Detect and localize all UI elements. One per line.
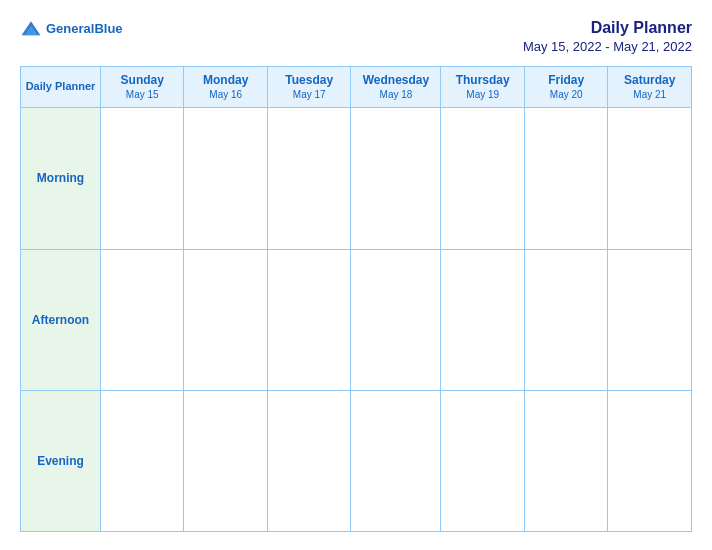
day-name-sunday: Sunday — [105, 73, 179, 89]
planner-date-range: May 15, 2022 - May 21, 2022 — [523, 39, 692, 54]
cell-morning-friday[interactable] — [524, 108, 607, 249]
day-date-saturday: May 21 — [612, 88, 687, 101]
cell-morning-monday[interactable] — [184, 108, 267, 249]
cell-afternoon-tuesday[interactable] — [267, 249, 350, 390]
logo-blue: Blue — [94, 21, 122, 36]
day-name-monday: Monday — [188, 73, 262, 89]
day-name-saturday: Saturday — [612, 73, 687, 89]
col-header-tuesday: Tuesday May 17 — [267, 66, 350, 108]
cell-afternoon-sunday[interactable] — [101, 249, 184, 390]
day-name-tuesday: Tuesday — [272, 73, 346, 89]
cell-morning-thursday[interactable] — [441, 108, 524, 249]
day-date-wednesday: May 18 — [355, 88, 436, 101]
title-area: Daily Planner May 15, 2022 - May 21, 202… — [523, 18, 692, 54]
day-name-wednesday: Wednesday — [355, 73, 436, 89]
logo-icon — [20, 18, 42, 40]
col-header-monday: Monday May 16 — [184, 66, 267, 108]
cell-afternoon-wednesday[interactable] — [351, 249, 441, 390]
logo-text: GeneralBlue — [46, 21, 123, 37]
planner-title: Daily Planner — [523, 18, 692, 39]
cell-evening-wednesday[interactable] — [351, 390, 441, 531]
col-header-saturday: Saturday May 21 — [608, 66, 692, 108]
col-header-thursday: Thursday May 19 — [441, 66, 524, 108]
col-header-friday: Friday May 20 — [524, 66, 607, 108]
day-name-thursday: Thursday — [445, 73, 519, 89]
cell-evening-saturday[interactable] — [608, 390, 692, 531]
cell-afternoon-saturday[interactable] — [608, 249, 692, 390]
col-header-label: Daily Planner — [21, 66, 101, 108]
cell-afternoon-friday[interactable] — [524, 249, 607, 390]
row-evening: Evening — [21, 390, 692, 531]
row-afternoon: Afternoon — [21, 249, 692, 390]
row-morning: Morning — [21, 108, 692, 249]
cell-morning-tuesday[interactable] — [267, 108, 350, 249]
cell-afternoon-thursday[interactable] — [441, 249, 524, 390]
cell-morning-sunday[interactable] — [101, 108, 184, 249]
cell-evening-monday[interactable] — [184, 390, 267, 531]
day-date-tuesday: May 17 — [272, 88, 346, 101]
cell-evening-thursday[interactable] — [441, 390, 524, 531]
col-header-wednesday: Wednesday May 18 — [351, 66, 441, 108]
day-date-friday: May 20 — [529, 88, 603, 101]
header: GeneralBlue Daily Planner May 15, 2022 -… — [20, 18, 692, 54]
cell-evening-sunday[interactable] — [101, 390, 184, 531]
row-label-evening: Evening — [21, 390, 101, 531]
logo-general: General — [46, 21, 94, 36]
cell-afternoon-monday[interactable] — [184, 249, 267, 390]
cell-morning-wednesday[interactable] — [351, 108, 441, 249]
row-label-afternoon: Afternoon — [21, 249, 101, 390]
page: GeneralBlue Daily Planner May 15, 2022 -… — [0, 0, 712, 550]
day-date-sunday: May 15 — [105, 88, 179, 101]
planner-table: Daily Planner Sunday May 15 Monday May 1… — [20, 66, 692, 532]
cell-evening-friday[interactable] — [524, 390, 607, 531]
cell-evening-tuesday[interactable] — [267, 390, 350, 531]
day-date-thursday: May 19 — [445, 88, 519, 101]
row-label-morning: Morning — [21, 108, 101, 249]
day-name-friday: Friday — [529, 73, 603, 89]
logo-area: GeneralBlue — [20, 18, 123, 40]
col-header-sunday: Sunday May 15 — [101, 66, 184, 108]
cell-morning-saturday[interactable] — [608, 108, 692, 249]
day-date-monday: May 16 — [188, 88, 262, 101]
